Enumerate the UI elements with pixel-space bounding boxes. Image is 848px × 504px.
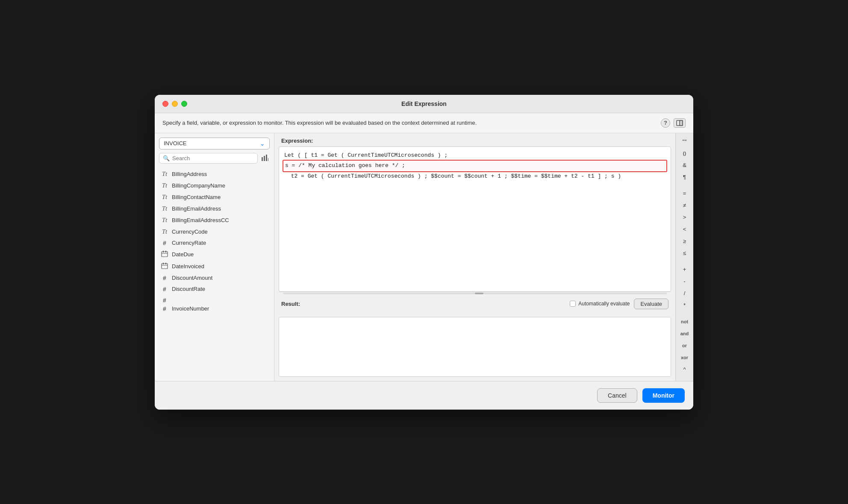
cancel-button[interactable]: Cancel [597,388,637,403]
minimize-button[interactable] [172,101,178,107]
field-name: BillingEmailAddress [172,205,221,212]
field-name: BillingEmailAddressCC [172,217,229,223]
date-type-icon [161,263,168,270]
field-name: InvoiceNumber [172,306,209,312]
number-type-icon: # [161,240,168,246]
svg-rect-8 [163,251,164,252]
list-item[interactable]: Tt BillingEmailAddress [159,203,270,214]
result-label: Result: [281,301,300,307]
subtitle-text: Specify a field, variable, or expression… [162,120,477,126]
field-name: CurrencyRate [172,240,206,246]
monitor-button[interactable]: Monitor [642,388,685,403]
scrollbar-track [283,293,667,294]
expression-area: Expression: Let ( [ t1 = Get ( CurrentTi… [274,133,675,381]
code-line: $$time = $$time + t2 - t1 [511,173,595,179]
close-button[interactable] [162,101,168,107]
operator-sidebar: "" () & ¶ = ≠ > < ≥ ≤ + - / * not and or [675,133,693,381]
operator-less[interactable]: < [677,224,692,235]
search-row: 🔍 [159,153,270,164]
list-item[interactable]: Tt CurrencyCode [159,226,270,237]
list-item[interactable]: Tt BillingEmailAddressCC [159,214,270,226]
operator-not-equals[interactable]: ≠ [677,200,692,211]
operator-or[interactable]: or [677,340,692,351]
title-bar: Edit Expression [155,95,693,113]
number-type-icon: # [161,275,168,281]
field-name: DiscountRate [172,286,205,292]
list-item[interactable]: # InvoiceNumber [159,306,270,312]
svg-rect-2 [262,157,263,161]
operator-multiply[interactable]: * [677,300,692,311]
operator-xor[interactable]: xor [677,352,692,363]
auto-evaluate-label: Automatically evaluate [578,301,630,307]
number-type-icon: # [161,297,168,304]
text-type-icon: Tt [161,170,168,178]
list-item[interactable]: # CurrencyRate [159,237,270,249]
field-name: BillingContactName [172,194,221,200]
list-item[interactable]: DateDue [159,249,270,261]
date-type-icon [161,251,168,258]
text-type-icon: Tt [161,217,168,224]
operator-gte[interactable]: ≥ [677,236,692,247]
operator-plus[interactable]: + [677,264,692,275]
context-label: INVOICE [164,140,186,147]
list-item[interactable]: # InvoiceNumber [159,295,270,306]
field-list: Tt BillingAddress Tt BillingCompanyName … [159,168,270,377]
code-line: s ) [611,173,621,179]
svg-rect-13 [165,263,166,264]
code-line: t2 = Get ( CurrentTimeUTCMicroseconds ) … [291,173,428,179]
svg-rect-9 [165,251,166,252]
code-line [451,152,454,158]
operator-paragraph[interactable]: ¶ [677,172,692,183]
code-line: ] ; [598,173,607,179]
code-line: t1 = Get ( CurrentTimeUTCMicroseconds ) … [311,152,448,158]
help-button[interactable]: ? [661,118,670,128]
inspector-button[interactable] [674,118,686,128]
search-wrapper: 🔍 [159,153,258,164]
svg-rect-3 [264,156,265,161]
operator-not[interactable]: not [677,316,692,327]
svg-rect-5 [268,158,268,161]
operator-parens[interactable]: () [677,148,692,159]
subtitle-bar: Specify a field, variable, or expression… [155,113,693,133]
operator-greater[interactable]: > [677,212,692,223]
list-item[interactable]: # DiscountRate [159,284,270,295]
context-dropdown[interactable]: INVOICE ⌄ [159,138,270,149]
operator-and[interactable]: and [677,328,692,339]
code-line: Let ( [ [284,152,308,158]
result-header-row: Result: Automatically evaluate Evaluate [281,299,668,309]
subtitle-actions: ? [661,118,686,128]
horizontal-scrollbar[interactable] [279,292,671,295]
operator-ampersand[interactable]: & [677,160,692,171]
field-name: CurrencyCode [172,229,208,235]
maximize-button[interactable] [181,101,187,107]
chart-icon-button[interactable] [260,153,270,164]
operator-quotes[interactable]: "" [677,136,692,147]
code-line: $$count = $$count + 1 ; [431,173,507,179]
text-type-icon: Tt [161,205,168,212]
expression-editor[interactable]: Let ( [ t1 = Get ( CurrentTimeUTCMicrose… [279,147,671,292]
left-panel: INVOICE ⌄ 🔍 [155,133,274,381]
auto-evaluate-checkbox[interactable] [570,301,576,307]
number-type-icon: # [161,286,168,293]
main-content: INVOICE ⌄ 🔍 [155,133,693,381]
auto-evaluate-row: Automatically evaluate [570,301,630,307]
chevron-down-icon: ⌄ [260,140,265,147]
operator-lte[interactable]: ≤ [677,248,692,259]
evaluate-button[interactable]: Evaluate [634,299,668,309]
scrollbar-thumb[interactable] [475,293,483,294]
operator-divide[interactable]: / [677,288,692,299]
traffic-lights [162,101,187,107]
text-type-icon: Tt [161,228,168,235]
field-name: BillingAddress [172,171,207,177]
operator-minus[interactable]: - [677,276,692,287]
list-item[interactable]: DateInvoiced [159,261,270,273]
svg-rect-6 [162,252,168,257]
search-input[interactable] [172,155,254,161]
operator-caret[interactable]: ^ [677,364,692,375]
operator-equals[interactable]: = [677,188,692,199]
svg-rect-1 [680,120,683,126]
list-item[interactable]: # DiscountAmount [159,273,270,284]
list-item[interactable]: Tt BillingCompanyName [159,180,270,191]
list-item[interactable]: Tt BillingContactName [159,191,270,203]
list-item[interactable]: Tt BillingAddress [159,168,270,180]
